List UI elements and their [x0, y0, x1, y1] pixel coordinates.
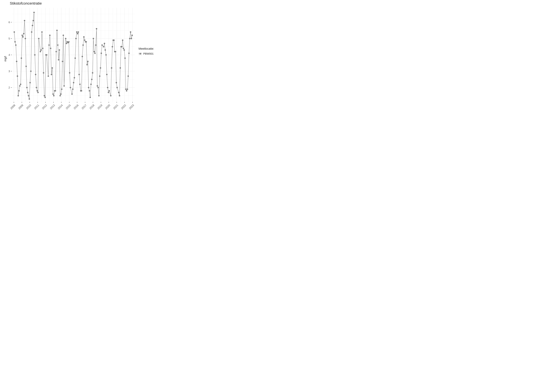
data-point [123, 48, 124, 49]
legend-title: Meetlocatie: [139, 47, 154, 50]
data-point [85, 41, 87, 42]
data-point [22, 36, 24, 38]
data-point [91, 79, 92, 80]
x-tick-mark [124, 102, 125, 103]
x-tick-label: 2023 [128, 104, 135, 110]
data-point [18, 95, 19, 97]
data-point [78, 74, 80, 75]
data-point [97, 85, 98, 87]
x-tick-label: 2008 [10, 104, 16, 110]
data-point [115, 51, 116, 52]
data-point [14, 41, 16, 42]
x-tick-label: 2012 [42, 104, 48, 110]
data-point [131, 38, 132, 39]
x-tick-mark [37, 102, 38, 103]
data-point [31, 31, 32, 33]
y-tick-label: 3 [5, 70, 10, 73]
x-tick-label: 2010 [26, 104, 32, 110]
data-point [90, 84, 92, 85]
data-point [51, 74, 52, 75]
x-tick-mark [132, 102, 133, 103]
x-tick-label: 2013 [49, 104, 56, 110]
data-point [90, 97, 91, 98]
data-point [89, 90, 90, 91]
data-point [50, 48, 51, 49]
x-tick-mark [101, 102, 101, 103]
data-point [82, 56, 83, 57]
x-tick-label: 2009 [18, 104, 24, 110]
x-tick-mark [77, 102, 77, 103]
data-point [29, 82, 31, 83]
x-tick-mark [22, 102, 22, 103]
data-point [86, 64, 88, 65]
data-point [34, 54, 35, 56]
data-point [79, 84, 81, 85]
chart-svg [12, 8, 135, 102]
data-point [96, 28, 97, 29]
data-point [68, 41, 70, 42]
data-point [53, 95, 55, 97]
legend-dot-icon [140, 53, 141, 55]
data-point [101, 44, 103, 46]
data-point [65, 38, 66, 39]
data-point [35, 74, 36, 75]
data-point [21, 35, 23, 36]
data-point [87, 61, 89, 62]
data-point [30, 70, 32, 72]
y-tick-mark [11, 38, 12, 39]
data-point [98, 95, 100, 97]
data-point [18, 90, 20, 91]
data-point [119, 95, 120, 97]
legend-item: PBW001 [139, 52, 154, 56]
data-point [75, 57, 76, 59]
data-point [63, 35, 64, 36]
x-tick-label: 2016 [73, 104, 79, 110]
x-tick-label: 2017 [81, 104, 87, 110]
y-tick-mark [11, 55, 12, 55]
x-tick-mark [93, 102, 93, 103]
data-point [16, 61, 17, 62]
data-point [99, 75, 100, 77]
data-point [93, 38, 94, 39]
data-point [122, 39, 123, 41]
data-point [62, 61, 63, 62]
data-point [40, 49, 42, 51]
data-point [26, 87, 28, 88]
data-point [43, 72, 44, 74]
data-point [58, 59, 59, 61]
y-axis-label: mg/l [4, 56, 7, 62]
data-point [72, 88, 73, 90]
x-tick-mark [69, 102, 69, 103]
data-point [40, 51, 41, 52]
data-point [59, 49, 60, 51]
data-point [76, 31, 77, 33]
x-tick-label: 2021 [113, 104, 119, 110]
data-point [107, 87, 108, 88]
plot-area: 2345620082009201020112012201320142015201… [12, 8, 135, 102]
x-tick-mark [85, 102, 85, 103]
data-point [71, 93, 73, 95]
data-point [124, 57, 126, 59]
data-point [44, 95, 45, 97]
data-point [28, 95, 29, 97]
data-point [93, 51, 95, 52]
data-point [84, 39, 85, 41]
y-tick-label: 4 [5, 53, 10, 56]
x-tick-mark [53, 102, 54, 103]
data-point [48, 44, 50, 46]
data-point [25, 66, 27, 67]
data-point [105, 49, 106, 51]
data-point [61, 88, 63, 90]
data-point [83, 36, 84, 38]
data-point [131, 35, 133, 36]
data-point [108, 92, 109, 93]
data-point [66, 43, 67, 44]
data-point [111, 67, 112, 69]
data-point [104, 43, 105, 44]
data-point [25, 38, 26, 39]
data-point [17, 75, 18, 77]
data-point [125, 88, 127, 90]
data-point [23, 33, 24, 34]
data-point [82, 44, 84, 46]
data-point [130, 31, 131, 33]
